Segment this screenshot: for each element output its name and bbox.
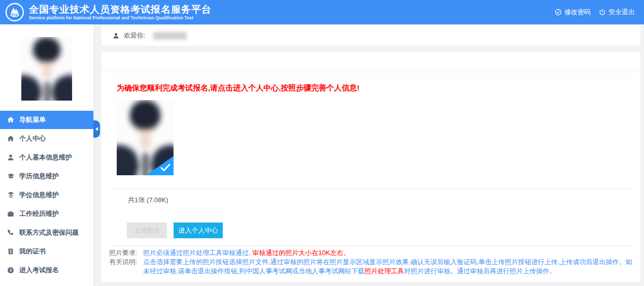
instructions-block: 照片要求: 照片必须通过照片处理工具审核通过, 审核通过的照片大小在10K左右。… <box>109 246 633 276</box>
photo-tool-link[interactable]: 照片处理工具 <box>364 267 404 275</box>
chevron-left-icon <box>95 127 98 131</box>
platform-title: 全国专业技术人员资格考试报名服务平台 <box>29 4 212 15</box>
photo-requirements-label: 照片要求: <box>109 248 143 258</box>
check-circle-icon <box>555 9 562 16</box>
sidebar-item-label: 学历信息维护 <box>19 172 59 181</box>
logout-button[interactable]: 安全退出 <box>599 8 635 17</box>
check-icon <box>160 164 171 172</box>
sidebar-nav: 导航菜单 个人中心 个人基本信息维护 学历信息维护 学位信息维护 <box>0 111 93 279</box>
header-actions: 修改密码 安全退出 <box>555 8 635 17</box>
degree-icon <box>7 191 15 199</box>
sidebar: 导航菜单 个人中心 个人基本信息维护 学历信息维护 学位信息维护 <box>0 24 94 286</box>
user-icon <box>7 153 15 162</box>
notes-line1: 点击选择需要上传的照片按钮选择照片文件,通过审核的照片将在照片显示区域显示照片效… <box>143 258 632 267</box>
enter-personal-center-button[interactable]: 进入个人中心 <box>174 223 223 238</box>
top-header: PTA 全国专业技术人员资格考试报名服务平台 Service platform … <box>0 0 644 24</box>
requirement-text-blue: 照片必须通过照片处理工具审核通过, <box>143 249 251 257</box>
change-password-button[interactable]: 修改密码 <box>555 8 591 17</box>
welcome-label: 欢迎你: <box>124 31 146 40</box>
home-icon <box>7 116 15 124</box>
arrow-circle-right-icon <box>7 266 15 274</box>
related-notes-row: 有关说明: 点击选择需要上传的照片按钮选择照片文件,通过审核的照片将在照片显示区… <box>109 258 633 267</box>
welcome-bar: 欢迎你: <box>101 25 640 46</box>
related-notes-row-continued: 未经过审核,请单击退出操作按钮,到中国人事考试网或当地人事考试网站下载照片处理工… <box>109 267 633 276</box>
sidebar-item-label: 我的证书 <box>19 247 46 256</box>
user-icon <box>113 33 119 39</box>
sidebar-item-my-certificates[interactable]: 我的证书 <box>0 242 93 261</box>
red-notice-text: 为确保您顺利完成考试报名,请点击进入个人中心,按照步骤完善个人信息! <box>109 77 633 93</box>
svg-text:PTA: PTA <box>12 13 18 17</box>
sidebar-item-work-experience[interactable]: 工作经历维护 <box>0 204 93 223</box>
button-row: 上传照片 进入个人中心 <box>127 223 633 238</box>
change-password-label: 修改密码 <box>564 8 591 17</box>
photo-requirements-row: 照片要求: 照片必须通过照片处理工具审核通过, 审核通过的照片大小在10K左右。 <box>109 248 633 258</box>
requirement-text-red: 审核通过的照片大小在10K左右。 <box>252 249 350 257</box>
platform-title-block: 全国专业技术人员资格考试报名服务平台 Service platform for … <box>29 4 212 21</box>
blurred-user-name <box>153 32 187 40</box>
sidebar-item-label: 个人基本信息维护 <box>19 153 72 162</box>
sidebar-item-label: 导航菜单 <box>19 115 46 124</box>
briefcase-icon <box>7 210 15 218</box>
sidebar-item-education-info[interactable]: 学历信息维护 <box>0 167 93 185</box>
sidebar-item-label: 联系方式及密保问题 <box>19 228 79 237</box>
sidebar-collapse-toggle[interactable] <box>93 120 100 138</box>
panel-header-strip <box>101 52 640 71</box>
sidebar-item-label: 进入考试报名 <box>19 266 59 275</box>
sidebar-item-label: 学位信息维护 <box>19 190 59 200</box>
app-window: PTA 全国专业技术人员资格考试报名服务平台 Service platform … <box>0 0 644 286</box>
sidebar-item-basic-info[interactable]: 个人基本信息维护 <box>0 148 93 167</box>
power-icon <box>599 9 606 16</box>
platform-subtitle: Service platform for National Profession… <box>29 15 212 21</box>
sidebar-item-contact-security[interactable]: 联系方式及密保问题 <box>0 223 93 242</box>
uploaded-id-photo <box>117 100 174 175</box>
sidebar-item-degree-info[interactable]: 学位信息维护 <box>0 185 93 204</box>
sidebar-item-label: 工作经历维护 <box>19 209 59 218</box>
photo-count-text: 共1张 (7.08K) <box>109 189 633 205</box>
upload-photo-button[interactable]: 上传照片 <box>127 223 167 238</box>
graduation-cap-icon <box>7 172 15 180</box>
sidebar-item-label: 个人中心 <box>19 134 46 143</box>
photo-upload-section: 为确保您顺利完成考试报名,请点击进入个人中心,按照步骤完善个人信息! <box>109 77 633 276</box>
sidebar-item-nav-menu[interactable]: 导航菜单 <box>0 111 93 129</box>
notes-line2-post: 对照片进行审核。通过审核后再进行照片上传操作。 <box>404 267 556 275</box>
notes-line2-pre: 未经过审核,请单击退出操作按钮,到中国人事考试网或当地人事考试网站下载 <box>143 267 364 275</box>
main-content: 欢迎你: 为确保您顺利完成考试报名,请点击进入个人中心,按照步骤完善个人信息! <box>94 24 644 286</box>
sidebar-item-enter-registration[interactable]: 进入考试报名 <box>0 261 93 279</box>
home-icon <box>7 135 15 143</box>
sidebar-id-photo <box>21 37 72 101</box>
sidebar-item-personal-center[interactable]: 个人中心 <box>0 129 93 148</box>
certificate-icon <box>7 247 15 256</box>
phone-icon <box>7 229 15 237</box>
pta-logo-icon: PTA <box>5 3 24 22</box>
logout-label: 安全退出 <box>608 8 635 17</box>
content-panel: 为确保您顺利完成考试报名,请点击进入个人中心,按照步骤完善个人信息! <box>101 52 640 282</box>
related-notes-label: 有关说明: <box>109 258 143 267</box>
